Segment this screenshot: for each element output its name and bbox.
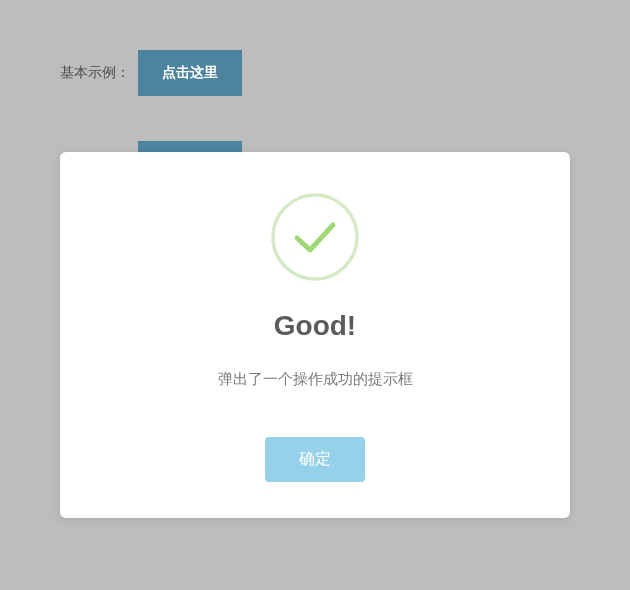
confirm-button[interactable]: 确定 xyxy=(265,437,365,482)
success-modal: Good! 弹出了一个操作成功的提示框 确定 xyxy=(60,152,570,518)
success-icon xyxy=(90,192,540,282)
modal-overlay[interactable]: Good! 弹出了一个操作成功的提示框 确定 xyxy=(0,0,630,590)
modal-message: 弹出了一个操作成功的提示框 xyxy=(90,370,540,389)
modal-title: Good! xyxy=(90,310,540,342)
svg-point-0 xyxy=(273,195,357,279)
